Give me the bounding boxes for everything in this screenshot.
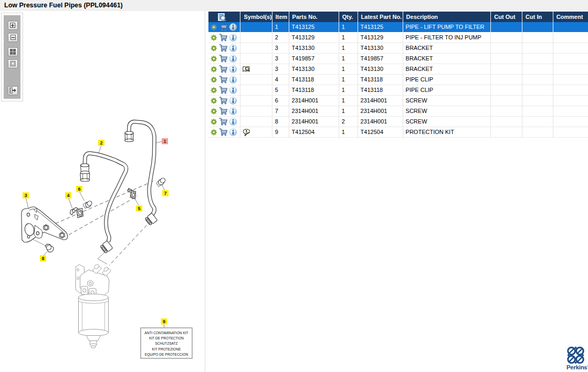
svg-text:6: 6: [78, 187, 80, 192]
svg-text:EQUIPO DE PROTECCION: EQUIPO DE PROTECCION: [145, 353, 188, 357]
svg-text:2: 2: [100, 140, 102, 146]
svg-text:4: 4: [67, 193, 69, 198]
svg-text:5: 5: [138, 206, 140, 211]
svg-text:KIT PROTEZIONE: KIT PROTEZIONE: [152, 347, 181, 351]
svg-text:ANTI CONTAMINATION KIT: ANTI CONTAMINATION KIT: [144, 331, 188, 335]
svg-text:9: 9: [163, 319, 165, 324]
svg-text:8: 8: [41, 256, 44, 261]
svg-text:KIT DE PROTECTION: KIT DE PROTECTION: [149, 336, 184, 340]
svg-text:7: 7: [164, 191, 166, 196]
svg-text:1: 1: [163, 139, 166, 144]
svg-text:SCHUTZSATZ: SCHUTZSATZ: [155, 342, 177, 345]
svg-text:3: 3: [24, 193, 27, 198]
